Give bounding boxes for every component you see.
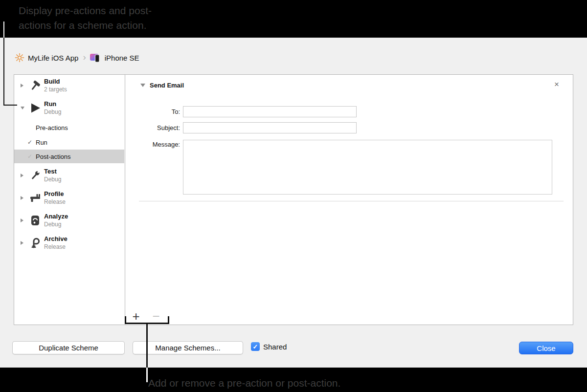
checkmark-icon: ✓ — [253, 343, 258, 350]
sidebar-item-build[interactable]: Build 2 targets — [14, 75, 124, 96]
breadcrumb: MyLife iOS App › iPhone SE — [15, 52, 139, 64]
wrench-icon — [28, 169, 42, 182]
sidebar-item-label: Analyze — [44, 213, 68, 220]
disclosure-expanded-icon[interactable] — [21, 107, 27, 109]
hammer-icon — [28, 79, 42, 92]
remove-action-close-icon[interactable]: × — [554, 80, 559, 89]
breadcrumb-chevron-icon: › — [83, 52, 86, 63]
disclosure-collapsed-icon[interactable] — [21, 196, 27, 200]
action-detail-area: Send Email × To: Subject: Message: + − — [125, 75, 573, 325]
screenshot-root: Display pre-actions and post-actions for… — [0, 0, 587, 392]
shared-checkbox-label: Shared — [263, 343, 287, 351]
breadcrumb-destination-name[interactable]: iPhone SE — [105, 54, 139, 62]
sidebar-item-sublabel: Debug — [44, 220, 68, 229]
sidebar-item-archive[interactable]: Archive Release — [14, 232, 124, 254]
callout-line-bottom-black — [146, 324, 148, 368]
sidebar-subitem-label: Post-actions — [36, 153, 71, 160]
disclosure-collapsed-icon[interactable] — [21, 174, 27, 177]
callout-line-top-vertical — [3, 38, 4, 106]
callout-bottom-text: Add or remove a pre-action or post-actio… — [148, 376, 340, 391]
section-divider — [139, 201, 564, 201]
sidebar-item-post-actions[interactable]: ✓ Post-actions — [14, 150, 124, 163]
analyze-gauge-icon — [28, 214, 42, 227]
callout-top-text: Display pre-actions and post-actions for… — [19, 3, 152, 33]
shared-checkbox-group[interactable]: ✓ Shared — [251, 342, 287, 351]
disclosure-collapsed-icon[interactable] — [21, 218, 27, 222]
sidebar-item-sublabel: Debug — [44, 108, 61, 116]
subject-row: Subject: — [125, 122, 357, 133]
sidebar-item-label: Archive — [44, 235, 68, 243]
sidebar-item-label: Test — [44, 168, 61, 175]
play-icon — [28, 102, 42, 115]
scheme-editor-sheet: MyLife iOS App › iPhone SE — [0, 38, 587, 368]
disclosure-collapsed-icon[interactable] — [21, 84, 27, 87]
sidebar-item-pre-actions[interactable]: Pre-actions — [14, 121, 124, 134]
checkmark-icon: ✓ — [27, 139, 36, 146]
to-row: To: — [125, 106, 357, 117]
shared-checkbox[interactable]: ✓ — [251, 342, 260, 351]
sidebar-item-label: Build — [44, 78, 67, 86]
scheme-editor-panel: Build 2 targets Run Debug — [14, 74, 573, 325]
to-label: To: — [125, 108, 180, 115]
callout-top-line2: actions for a scheme action. — [19, 20, 146, 31]
sidebar-subitem-label: Run — [36, 139, 47, 146]
callout-line-bottom-white — [146, 368, 148, 382]
callout-line-top-horizontal — [3, 105, 17, 106]
archive-icon — [28, 237, 42, 250]
disclosure-collapsed-icon[interactable] — [21, 241, 27, 245]
message-textarea[interactable] — [183, 140, 552, 195]
close-button[interactable]: Close — [519, 342, 573, 354]
sidebar-item-analyze[interactable]: Analyze Debug — [14, 210, 124, 231]
send-email-header: Send Email — [140, 82, 184, 89]
iphone-destination-icon — [90, 53, 101, 63]
sidebar-item-label: Profile — [44, 190, 66, 198]
disclosure-expanded-icon[interactable] — [140, 84, 145, 87]
sidebar-item-sublabel: Debug — [44, 175, 61, 184]
to-input[interactable] — [183, 106, 357, 117]
sidebar-item-sublabel: Release — [44, 198, 66, 206]
add-remove-controls: + − — [130, 310, 162, 323]
subject-input[interactable] — [183, 122, 357, 133]
sidebar-item-run-child[interactable]: ✓ Run — [14, 135, 124, 149]
sidebar-item-run[interactable]: Run Debug — [14, 97, 124, 119]
message-label: Message: — [125, 141, 180, 148]
sidebar-item-sublabel: 2 targets — [44, 86, 67, 94]
sidebar-item-test[interactable]: Test Debug — [14, 165, 124, 186]
sidebar-item-label: Run — [44, 100, 61, 108]
scheme-actions-sidebar: Build 2 targets Run Debug — [14, 75, 125, 325]
manage-schemes-button[interactable]: Manage Schemes... — [133, 341, 243, 354]
duplicate-scheme-button[interactable]: Duplicate Scheme — [12, 341, 125, 354]
callout-bracket-right — [168, 316, 169, 324]
remove-action-button[interactable]: − — [150, 310, 162, 323]
callout-line-top-white — [3, 22, 4, 38]
sidebar-subitem-label: Pre-actions — [36, 124, 68, 131]
add-action-button[interactable]: + — [130, 310, 142, 323]
sidebar-item-profile[interactable]: Profile Release — [14, 187, 124, 209]
callout-top-line1: Display pre-actions and post- — [19, 5, 152, 16]
breadcrumb-scheme-name[interactable]: MyLife iOS App — [28, 54, 78, 62]
checkmark-icon: ✓ — [27, 153, 36, 160]
scheme-icon — [15, 53, 24, 63]
action-title: Send Email — [150, 82, 184, 89]
calipers-icon — [28, 192, 42, 205]
subject-label: Subject: — [125, 124, 180, 131]
sidebar-item-sublabel: Release — [44, 243, 68, 251]
